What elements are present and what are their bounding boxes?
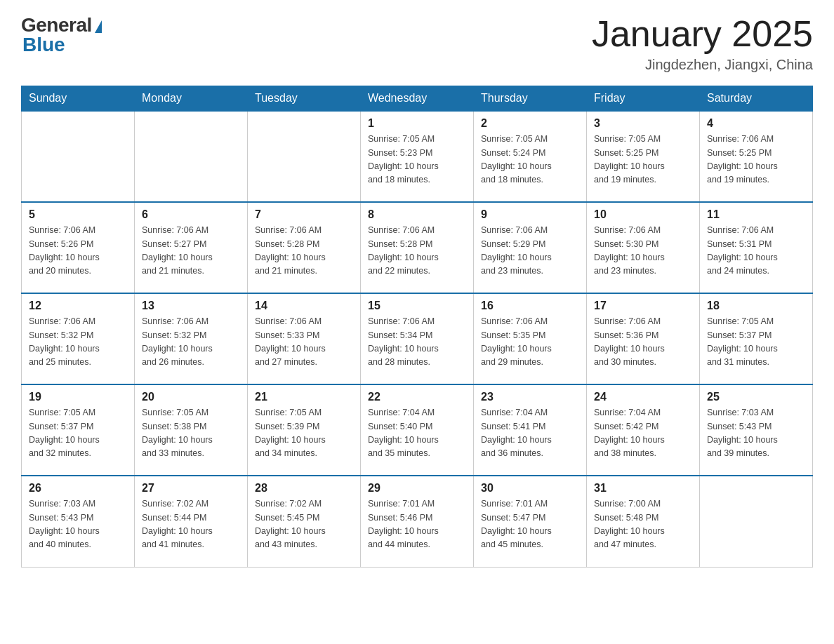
- calendar-week-row: 26Sunrise: 7:03 AMSunset: 5:43 PMDayligh…: [22, 476, 813, 567]
- calendar-day-cell: 26Sunrise: 7:03 AMSunset: 5:43 PMDayligh…: [22, 476, 135, 567]
- day-info: Sunrise: 7:02 AMSunset: 5:44 PMDaylight:…: [142, 497, 240, 552]
- calendar-table: SundayMondayTuesdayWednesdayThursdayFrid…: [21, 86, 813, 568]
- day-info: Sunrise: 7:01 AMSunset: 5:46 PMDaylight:…: [368, 497, 466, 552]
- calendar-week-row: 19Sunrise: 7:05 AMSunset: 5:37 PMDayligh…: [22, 384, 813, 476]
- day-info: Sunrise: 7:04 AMSunset: 5:41 PMDaylight:…: [481, 406, 579, 461]
- day-number: 12: [29, 300, 127, 312]
- page-header: General Blue January 2025 Jingdezhen, Ji…: [21, 14, 813, 73]
- day-number: 7: [255, 208, 353, 221]
- day-info: Sunrise: 7:01 AMSunset: 5:47 PMDaylight:…: [481, 497, 579, 552]
- day-number: 21: [255, 391, 353, 403]
- day-info: Sunrise: 7:05 AMSunset: 5:23 PMDaylight:…: [368, 133, 466, 187]
- calendar-day-cell: 18Sunrise: 7:05 AMSunset: 5:37 PMDayligh…: [700, 293, 813, 384]
- calendar-empty-cell: [135, 111, 248, 202]
- day-info: Sunrise: 7:05 AMSunset: 5:39 PMDaylight:…: [255, 406, 353, 461]
- logo-triangle-icon: [95, 20, 102, 33]
- column-header-wednesday: Wednesday: [361, 86, 474, 112]
- day-number: 1: [368, 117, 466, 130]
- calendar-day-cell: 9Sunrise: 7:06 AMSunset: 5:29 PMDaylight…: [474, 202, 587, 293]
- calendar-day-cell: 31Sunrise: 7:00 AMSunset: 5:48 PMDayligh…: [587, 476, 700, 567]
- column-header-thursday: Thursday: [474, 86, 587, 112]
- day-info: Sunrise: 7:02 AMSunset: 5:45 PMDaylight:…: [255, 497, 353, 552]
- day-number: 31: [594, 482, 692, 495]
- calendar-day-cell: 4Sunrise: 7:06 AMSunset: 5:25 PMDaylight…: [700, 111, 813, 202]
- day-number: 29: [368, 482, 466, 495]
- calendar-day-cell: 17Sunrise: 7:06 AMSunset: 5:36 PMDayligh…: [587, 293, 700, 384]
- calendar-day-cell: 23Sunrise: 7:04 AMSunset: 5:41 PMDayligh…: [474, 384, 587, 476]
- logo: General Blue: [21, 14, 102, 56]
- day-info: Sunrise: 7:05 AMSunset: 5:38 PMDaylight:…: [142, 406, 240, 461]
- day-info: Sunrise: 7:05 AMSunset: 5:37 PMDaylight:…: [29, 406, 127, 461]
- day-number: 25: [707, 391, 805, 403]
- calendar-day-cell: 19Sunrise: 7:05 AMSunset: 5:37 PMDayligh…: [22, 384, 135, 476]
- calendar-day-cell: 24Sunrise: 7:04 AMSunset: 5:42 PMDayligh…: [587, 384, 700, 476]
- calendar-empty-cell: [248, 111, 361, 202]
- calendar-empty-cell: [22, 111, 135, 202]
- calendar-title: January 2025: [592, 14, 813, 54]
- day-number: 5: [29, 208, 127, 221]
- calendar-day-cell: 22Sunrise: 7:04 AMSunset: 5:40 PMDayligh…: [361, 384, 474, 476]
- day-number: 23: [481, 391, 579, 403]
- day-info: Sunrise: 7:05 AMSunset: 5:24 PMDaylight:…: [481, 133, 579, 187]
- day-info: Sunrise: 7:06 AMSunset: 5:34 PMDaylight:…: [368, 315, 466, 370]
- day-number: 2: [481, 117, 579, 130]
- day-number: 24: [594, 391, 692, 403]
- day-info: Sunrise: 7:06 AMSunset: 5:28 PMDaylight:…: [368, 224, 466, 279]
- calendar-day-cell: 5Sunrise: 7:06 AMSunset: 5:26 PMDaylight…: [22, 202, 135, 293]
- calendar-day-cell: 25Sunrise: 7:03 AMSunset: 5:43 PMDayligh…: [700, 384, 813, 476]
- day-number: 28: [255, 482, 353, 495]
- day-number: 22: [368, 391, 466, 403]
- calendar-day-cell: 15Sunrise: 7:06 AMSunset: 5:34 PMDayligh…: [361, 293, 474, 384]
- calendar-week-row: 1Sunrise: 7:05 AMSunset: 5:23 PMDaylight…: [22, 111, 813, 202]
- calendar-day-cell: 28Sunrise: 7:02 AMSunset: 5:45 PMDayligh…: [248, 476, 361, 567]
- day-info: Sunrise: 7:06 AMSunset: 5:36 PMDaylight:…: [594, 315, 692, 370]
- title-block: January 2025 Jingdezhen, Jiangxi, China: [592, 14, 813, 73]
- day-info: Sunrise: 7:06 AMSunset: 5:30 PMDaylight:…: [594, 224, 692, 279]
- calendar-day-cell: 2Sunrise: 7:05 AMSunset: 5:24 PMDaylight…: [474, 111, 587, 202]
- day-number: 9: [481, 208, 579, 221]
- logo-blue-text: Blue: [22, 34, 65, 56]
- day-info: Sunrise: 7:03 AMSunset: 5:43 PMDaylight:…: [707, 406, 805, 461]
- calendar-week-row: 12Sunrise: 7:06 AMSunset: 5:32 PMDayligh…: [22, 293, 813, 384]
- day-info: Sunrise: 7:04 AMSunset: 5:42 PMDaylight:…: [594, 406, 692, 461]
- day-info: Sunrise: 7:06 AMSunset: 5:25 PMDaylight:…: [707, 133, 805, 187]
- calendar-day-cell: 7Sunrise: 7:06 AMSunset: 5:28 PMDaylight…: [248, 202, 361, 293]
- day-info: Sunrise: 7:06 AMSunset: 5:26 PMDaylight:…: [29, 224, 127, 279]
- calendar-day-cell: 12Sunrise: 7:06 AMSunset: 5:32 PMDayligh…: [22, 293, 135, 384]
- day-number: 3: [594, 117, 692, 130]
- day-number: 18: [707, 300, 805, 312]
- calendar-day-cell: 1Sunrise: 7:05 AMSunset: 5:23 PMDaylight…: [361, 111, 474, 202]
- day-number: 27: [142, 482, 240, 495]
- day-info: Sunrise: 7:03 AMSunset: 5:43 PMDaylight:…: [29, 497, 127, 552]
- column-header-friday: Friday: [587, 86, 700, 112]
- column-header-tuesday: Tuesday: [248, 86, 361, 112]
- day-info: Sunrise: 7:06 AMSunset: 5:31 PMDaylight:…: [707, 224, 805, 279]
- day-info: Sunrise: 7:06 AMSunset: 5:32 PMDaylight:…: [142, 315, 240, 370]
- day-info: Sunrise: 7:05 AMSunset: 5:37 PMDaylight:…: [707, 315, 805, 370]
- day-number: 19: [29, 391, 127, 403]
- calendar-day-cell: 6Sunrise: 7:06 AMSunset: 5:27 PMDaylight…: [135, 202, 248, 293]
- calendar-subtitle: Jingdezhen, Jiangxi, China: [592, 57, 813, 73]
- calendar-header-row: SundayMondayTuesdayWednesdayThursdayFrid…: [22, 86, 813, 112]
- calendar-day-cell: 13Sunrise: 7:06 AMSunset: 5:32 PMDayligh…: [135, 293, 248, 384]
- column-header-saturday: Saturday: [700, 86, 813, 112]
- calendar-day-cell: 14Sunrise: 7:06 AMSunset: 5:33 PMDayligh…: [248, 293, 361, 384]
- calendar-day-cell: 16Sunrise: 7:06 AMSunset: 5:35 PMDayligh…: [474, 293, 587, 384]
- calendar-day-cell: 21Sunrise: 7:05 AMSunset: 5:39 PMDayligh…: [248, 384, 361, 476]
- day-info: Sunrise: 7:06 AMSunset: 5:35 PMDaylight:…: [481, 315, 579, 370]
- day-number: 4: [707, 117, 805, 130]
- day-number: 14: [255, 300, 353, 312]
- day-info: Sunrise: 7:06 AMSunset: 5:29 PMDaylight:…: [481, 224, 579, 279]
- calendar-day-cell: 27Sunrise: 7:02 AMSunset: 5:44 PMDayligh…: [135, 476, 248, 567]
- day-info: Sunrise: 7:00 AMSunset: 5:48 PMDaylight:…: [594, 497, 692, 552]
- day-info: Sunrise: 7:05 AMSunset: 5:25 PMDaylight:…: [594, 133, 692, 187]
- column-header-monday: Monday: [135, 86, 248, 112]
- calendar-day-cell: 10Sunrise: 7:06 AMSunset: 5:30 PMDayligh…: [587, 202, 700, 293]
- day-info: Sunrise: 7:06 AMSunset: 5:32 PMDaylight:…: [29, 315, 127, 370]
- day-number: 20: [142, 391, 240, 403]
- day-number: 16: [481, 300, 579, 312]
- day-info: Sunrise: 7:04 AMSunset: 5:40 PMDaylight:…: [368, 406, 466, 461]
- day-info: Sunrise: 7:06 AMSunset: 5:28 PMDaylight:…: [255, 224, 353, 279]
- day-number: 6: [142, 208, 240, 221]
- day-number: 15: [368, 300, 466, 312]
